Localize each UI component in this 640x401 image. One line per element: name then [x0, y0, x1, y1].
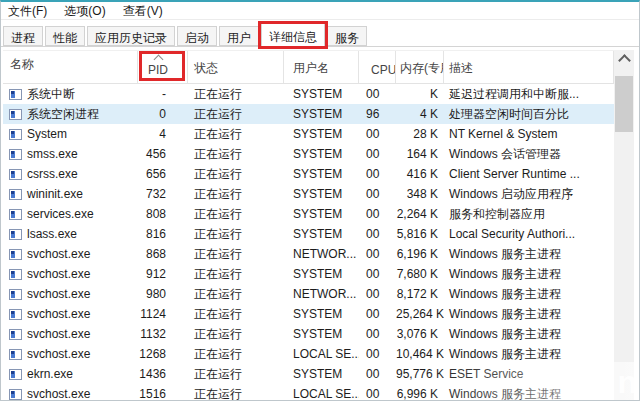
process-name: wininit.exe: [27, 187, 83, 201]
cell-name: svchost.exe: [3, 267, 138, 281]
cell-user: SYSTEM: [284, 327, 359, 341]
tab-strip: 进程性能应用历史记录启动用户详细信息服务: [1, 20, 639, 47]
cell-pid: 1132: [138, 327, 188, 341]
cell-cpu: 00: [359, 267, 396, 281]
vertical-scrollbar[interactable]: [614, 50, 634, 400]
cell-cpu: 00: [359, 247, 396, 261]
cell-memory: 416 K: [396, 167, 444, 181]
table-row[interactable]: svchost.exe1268正在运行LOCAL SE...0010,464 K…: [3, 344, 614, 364]
cell-user: SYSTEM: [284, 187, 359, 201]
table-row[interactable]: csrss.exe656正在运行SYSTEM00416 KClient Serv…: [3, 164, 614, 184]
cell-pid: 1436: [138, 367, 188, 381]
cell-name: svchost.exe: [3, 327, 138, 341]
cell-status: 正在运行: [188, 226, 284, 243]
cell-desc: Windows 启动应用程序: [444, 186, 614, 203]
table-row[interactable]: svchost.exe912正在运行SYSTEM007,680 KWindows…: [3, 264, 614, 284]
column-header-name[interactable]: 名称: [3, 51, 138, 83]
process-name: System: [27, 127, 67, 141]
cell-status: 正在运行: [188, 346, 284, 363]
scrollbar-thumb[interactable]: [615, 76, 633, 132]
process-name: ekrn.exe: [27, 367, 73, 381]
process-name: svchost.exe: [27, 267, 90, 281]
table-row[interactable]: svchost.exe868正在运行NETWOR...006,196 KWind…: [3, 244, 614, 264]
table-row[interactable]: svchost.exe1124正在运行SYSTEM0025,264 KWindo…: [3, 304, 614, 324]
cell-status: 正在运行: [188, 366, 284, 383]
menu-options[interactable]: 选项(O): [64, 3, 105, 20]
cell-pid: -: [138, 87, 188, 101]
cell-pid: 912: [138, 267, 188, 281]
table-row[interactable]: 系统空闲进程0正在运行SYSTEM964 K处理器空闲时间百分比: [3, 104, 614, 124]
menu-bar: 文件(F)选项(O)查看(V): [8, 3, 163, 19]
table-row[interactable]: lsass.exe816正在运行SYSTEM005,816 KLocal Sec…: [3, 224, 614, 244]
cell-cpu: 00: [359, 367, 396, 381]
cell-memory: 348 K: [396, 187, 444, 201]
cell-cpu: 00: [359, 127, 396, 141]
table-row[interactable]: 系统中断-正在运行SYSTEM00K延迟过程调用和中断服...: [3, 84, 614, 104]
cell-memory: 8,172 K: [396, 287, 444, 301]
cell-desc: Windows 服务主进程: [444, 286, 614, 303]
chevron-up-icon: [618, 54, 631, 67]
cell-desc: ESET Service: [444, 367, 614, 381]
menu-file[interactable]: 文件(F): [8, 3, 47, 20]
cell-name: lsass.exe: [3, 227, 138, 241]
cell-name: svchost.exe: [3, 247, 138, 261]
tab-details[interactable]: 详细信息: [261, 23, 325, 47]
cell-desc: 服务和控制器应用: [444, 206, 614, 223]
annotation-box-pid-column: [139, 51, 185, 81]
cell-cpu: 96: [359, 107, 396, 121]
cell-desc: Client Server Runtime ...: [444, 167, 614, 181]
column-header-memory[interactable]: 内存(专用...: [396, 51, 444, 83]
table-row[interactable]: svchost.exe1132正在运行SYSTEM003,076 KWindow…: [3, 324, 614, 344]
tab-services[interactable]: 服务: [327, 26, 367, 46]
tab-performance[interactable]: 性能: [45, 26, 85, 46]
cell-memory: 7,680 K: [396, 267, 444, 281]
cell-status: 正在运行: [188, 306, 284, 323]
cell-desc: Windows 服务主进程: [444, 246, 614, 263]
column-header-cpu[interactable]: CPU: [359, 51, 396, 83]
app-icon: [9, 89, 22, 100]
sort-ascending-icon: [154, 55, 164, 65]
table-row[interactable]: services.exe808正在运行SYSTEM002,264 K服务和控制器…: [3, 204, 614, 224]
cell-pid: 1516: [138, 387, 188, 400]
table-row[interactable]: ekrn.exe1436正在运行SYSTEM0095,776 KESET Ser…: [3, 364, 614, 384]
column-header-desc[interactable]: 描述: [444, 51, 614, 83]
table-row[interactable]: smss.exe456正在运行SYSTEM00164 KWindows 会话管理…: [3, 144, 614, 164]
app-icon: [9, 189, 22, 200]
cell-pid: 456: [138, 147, 188, 161]
cell-name: 系统空闲进程: [3, 106, 138, 123]
cell-user: LOCAL SE...: [284, 387, 359, 400]
cell-memory: 2,264 K: [396, 207, 444, 221]
tab-app-history[interactable]: 应用历史记录: [87, 26, 175, 46]
tab-startup[interactable]: 启动: [177, 26, 217, 46]
table-row[interactable]: svchost.exe1516正在运行LOCAL SE...006,996 KW…: [3, 384, 614, 400]
app-icon: [9, 209, 22, 220]
cell-status: 正在运行: [188, 246, 284, 263]
process-name: svchost.exe: [27, 247, 90, 261]
cell-cpu: 00: [359, 187, 396, 201]
scroll-up-button[interactable]: [614, 50, 634, 67]
app-icon: [9, 309, 22, 320]
table-row[interactable]: wininit.exe732正在运行SYSTEM00348 KWindows 启…: [3, 184, 614, 204]
tab-users[interactable]: 用户: [219, 26, 259, 46]
cell-name: 系统中断: [3, 86, 138, 103]
column-header-pid[interactable]: PID: [138, 51, 188, 83]
table-row[interactable]: System4正在运行SYSTEM0028 KNT Kernel & Syste…: [3, 124, 614, 144]
column-header-status[interactable]: 状态: [188, 51, 284, 83]
menu-view[interactable]: 查看(V): [123, 3, 163, 20]
column-header-user[interactable]: 用户名: [284, 51, 359, 83]
process-name: svchost.exe: [27, 327, 90, 341]
cell-name: System: [3, 127, 138, 141]
table-row[interactable]: svchost.exe980正在运行NETWOR...008,172 KWind…: [3, 284, 614, 304]
cell-name: wininit.exe: [3, 187, 138, 201]
cell-user: SYSTEM: [284, 227, 359, 241]
cell-cpu: 00: [359, 387, 396, 400]
process-name: 系统中断: [27, 86, 75, 103]
cell-desc: 延迟过程调用和中断服...: [444, 86, 614, 103]
cell-name: svchost.exe: [3, 287, 138, 301]
cell-status: 正在运行: [188, 386, 284, 401]
cell-user: SYSTEM: [284, 267, 359, 281]
cell-memory: 3,076 K: [396, 327, 444, 341]
cell-pid: 808: [138, 207, 188, 221]
cell-pid: 732: [138, 187, 188, 201]
tab-processes[interactable]: 进程: [3, 26, 43, 46]
